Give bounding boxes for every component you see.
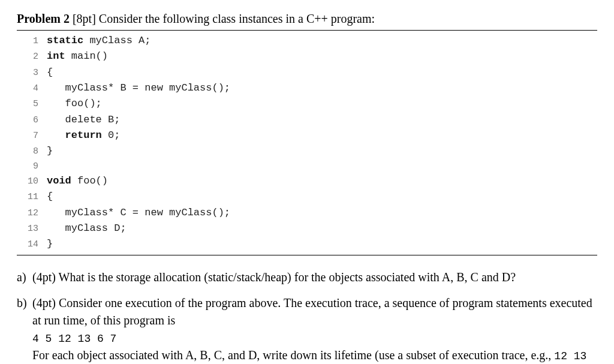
question-b-body: (4pt) Consider one execution of the prog… — [32, 294, 597, 364]
code-text: myClass* B = new myClass(); — [47, 80, 230, 96]
question-b-text2a: For each object associated with A, B, C,… — [32, 348, 554, 362]
line-number: 9 — [17, 160, 47, 173]
line-number: 8 — [17, 145, 47, 158]
code-text: { — [47, 189, 53, 204]
line-number: 11 — [17, 190, 47, 204]
question-a-text: What is the storage allocation (static/s… — [59, 270, 516, 284]
code-line: 7 return 0; — [17, 128, 597, 143]
code-line: 13 myClass D; — [17, 221, 597, 236]
question-b-trace: 4 5 12 13 6 7 — [32, 333, 116, 345]
keyword: static — [47, 35, 83, 46]
code-line: 3{ — [17, 65, 597, 80]
code-text: foo(); — [47, 96, 102, 112]
code-text: } — [47, 143, 53, 159]
code-line: 2int main() — [17, 49, 597, 64]
question-b-text1: Consider one execution of the program ab… — [32, 296, 592, 327]
line-number: 5 — [17, 97, 47, 111]
question-a-points: (4pt) — [32, 270, 56, 284]
code-line: 14} — [17, 236, 597, 252]
line-number: 6 — [17, 113, 47, 127]
question-b-example: 12 13 — [554, 350, 586, 362]
line-number: 7 — [17, 129, 47, 143]
code-line: 10void foo() — [17, 173, 597, 189]
code-text: static myClass A; — [47, 33, 151, 49]
problem-points: [8pt] — [73, 12, 96, 25]
line-number: 12 — [17, 206, 47, 220]
code-line: 5 foo(); — [17, 96, 597, 112]
line-number: 1 — [17, 34, 47, 48]
code-text: myClass* C = new myClass(); — [47, 205, 230, 221]
line-number: 3 — [17, 66, 47, 80]
code-text: } — [47, 236, 53, 252]
line-number: 14 — [17, 237, 47, 251]
questions: a) (4pt) What is the storage allocation … — [17, 269, 597, 364]
code-line: 6 delete B; — [17, 112, 597, 128]
problem-title: Problem 2 [8pt] Consider the following c… — [17, 11, 597, 26]
code-text: myClass D; — [47, 221, 127, 236]
question-a: a) (4pt) What is the storage allocation … — [17, 269, 597, 286]
problem-heading: Problem 2 — [17, 12, 70, 25]
question-b-label: b) — [17, 294, 32, 364]
code-text: void foo() — [47, 173, 108, 189]
line-number: 13 — [17, 222, 47, 236]
problem-text: Consider the following class instances i… — [99, 12, 375, 25]
question-b-points: (4pt) — [32, 296, 56, 309]
line-number: 4 — [17, 82, 47, 95]
keyword: return — [65, 130, 102, 141]
code-line: 12 myClass* C = new myClass(); — [17, 205, 597, 221]
code-text: delete B; — [47, 112, 120, 128]
question-b: b) (4pt) Consider one execution of the p… — [17, 294, 597, 364]
line-number: 2 — [17, 50, 47, 64]
code-line: 1static myClass A; — [17, 33, 597, 49]
line-number: 10 — [17, 175, 47, 188]
code-line: 4 myClass* B = new myClass(); — [17, 80, 597, 96]
page: Problem 2 [8pt] Consider the following c… — [0, 0, 614, 364]
question-a-body: (4pt) What is the storage allocation (st… — [32, 269, 597, 286]
code-line: 8} — [17, 143, 597, 159]
code-line: 11{ — [17, 189, 597, 204]
keyword: void — [47, 175, 71, 186]
code-text: int main() — [47, 49, 108, 64]
code-line: 9 — [17, 160, 597, 173]
code-text: { — [47, 65, 53, 80]
question-a-label: a) — [17, 269, 32, 286]
keyword: int — [47, 50, 65, 62]
code-block: 1static myClass A;2int main()3{4 myClass… — [17, 30, 597, 255]
code-text: return 0; — [47, 128, 120, 143]
